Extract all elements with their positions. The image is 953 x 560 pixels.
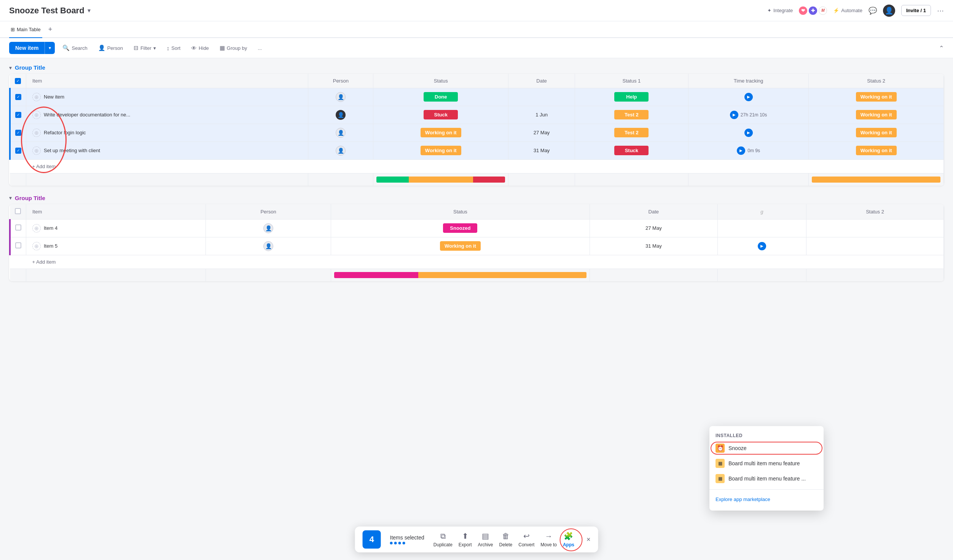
row3-person-icon[interactable]: 👤 (336, 128, 346, 138)
row1-person-cell[interactable]: 👤 (308, 88, 373, 106)
row4-checkbox-cell[interactable]: ✓ (10, 142, 26, 159)
group-by-action[interactable]: ▦ Group by (217, 42, 250, 54)
group1-collapse-icon[interactable]: ▾ (9, 65, 12, 71)
g2row1-checkbox[interactable] (15, 224, 21, 231)
g2row2-status-cell[interactable]: Working on it (331, 237, 590, 255)
plus-integration-icon[interactable]: ✚ (809, 6, 817, 15)
group1-add-item-row[interactable]: + Add item (10, 159, 944, 173)
g2row2-checkbox-cell[interactable] (10, 237, 26, 255)
row4-person-cell[interactable]: 👤 (308, 142, 373, 159)
row2-person-avatar[interactable]: 👤 (336, 110, 346, 120)
more-toolbar-action[interactable]: ... (255, 43, 265, 53)
filter-action[interactable]: ⊟ Filter ▾ (131, 42, 159, 54)
more-icon[interactable]: ⋯ (937, 6, 944, 15)
row3-checkbox-cell[interactable]: ✓ (10, 124, 26, 142)
tab-add-button[interactable]: + (48, 25, 53, 33)
row1-play-button[interactable]: ▶ (744, 93, 753, 101)
row4-checkbox[interactable]: ✓ (15, 148, 21, 154)
group1-add-item-label[interactable]: + Add item (26, 159, 944, 173)
row3-play-button[interactable]: ▶ (744, 129, 753, 137)
group2-add-item-label[interactable]: + Add item (26, 255, 944, 269)
sort-action[interactable]: ↕ Sort (164, 43, 183, 54)
g2row1-status-cell[interactable]: Snoozed (331, 219, 590, 237)
g2row1-checkbox-cell[interactable] (10, 219, 26, 237)
row1-status2-cell[interactable]: Working on it (809, 88, 944, 106)
row1-time-cell[interactable]: ▶ (688, 88, 809, 106)
integrate-action[interactable]: ✦ Integrate (767, 8, 793, 13)
row3-add-icon[interactable]: ⊕ (32, 129, 41, 137)
row3-status2-cell[interactable]: Working on it (809, 124, 944, 142)
tab-main-table[interactable]: ⊞ Main Table (9, 21, 42, 38)
row2-add-icon[interactable]: ⊕ (32, 111, 41, 119)
row1-item-name[interactable]: ⊕ New item (26, 88, 308, 106)
g2row1-status1-cell[interactable] (717, 219, 806, 237)
row3-status1-cell[interactable]: Test 2 (575, 124, 688, 142)
row4-date-cell[interactable]: 31 May (508, 142, 575, 159)
g2row1-status2-cell[interactable] (806, 219, 944, 237)
g2row1-person-cell[interactable]: 👤 (206, 219, 331, 237)
row1-status1-cell[interactable]: Help (575, 88, 688, 106)
row3-checkbox[interactable]: ✓ (15, 130, 21, 136)
group2-select-all-checkbox[interactable] (15, 208, 21, 214)
group2-checkbox-all-header[interactable] (10, 204, 26, 220)
row4-add-icon[interactable]: ⊕ (32, 146, 41, 155)
new-item-button[interactable]: New item (9, 42, 45, 54)
gmail-integration-icon[interactable]: M (819, 6, 827, 15)
g2row2-play-button[interactable]: ▶ (758, 242, 766, 250)
group2-add-item-row[interactable]: + Add item (10, 255, 944, 269)
row2-person-cell[interactable]: 👤 (308, 106, 373, 124)
person-action[interactable]: 👤 Person (95, 42, 126, 54)
invite-button[interactable]: Invite / 1 (901, 5, 931, 16)
row1-add-icon[interactable]: ⊕ (32, 93, 41, 101)
row4-item-name[interactable]: ⊕ Set up meeting with client (26, 142, 308, 159)
g2row2-item-name[interactable]: ⊕ Item 5 (26, 237, 206, 255)
row2-time-cell[interactable]: ▶ 27h 21m 10s (688, 106, 809, 124)
user-avatar[interactable]: 👤 (883, 5, 895, 17)
row2-play-button[interactable]: ▶ (730, 111, 738, 119)
row3-status-cell[interactable]: Working on it (373, 124, 508, 142)
group1-checkbox-all-header[interactable]: ✓ (10, 74, 26, 88)
g2row1-person-icon[interactable]: 👤 (263, 223, 273, 233)
row1-checkbox[interactable]: ✓ (15, 94, 21, 100)
g2row2-person-icon[interactable]: 👤 (263, 241, 273, 251)
row4-status1-cell[interactable]: Stuck (575, 142, 688, 159)
row3-time-cell[interactable]: ▶ (688, 124, 809, 142)
row4-time-cell[interactable]: ▶ 0m 9s (688, 142, 809, 159)
new-item-dropdown[interactable]: ▾ (45, 42, 55, 54)
chevron-icon[interactable]: ▾ (88, 7, 91, 14)
hide-action[interactable]: 👁 Hide (188, 43, 212, 54)
collapse-icon[interactable]: ⌃ (939, 45, 944, 52)
row4-play-button[interactable]: ▶ (737, 146, 745, 155)
chat-icon[interactable]: 💬 (869, 6, 877, 15)
row2-checkbox[interactable]: ✓ (15, 112, 21, 118)
row3-item-name[interactable]: ⊕ Refactor login logic (26, 124, 308, 142)
group2-collapse-icon[interactable]: ▾ (9, 195, 12, 201)
row4-status-cell[interactable]: Working on it (373, 142, 508, 159)
g2row1-item-name[interactable]: ⊕ Item 4 (26, 219, 206, 237)
search-action[interactable]: 🔍 Search (59, 42, 90, 54)
row2-item-name[interactable]: ⊕ Write developer documentation for ne..… (26, 106, 308, 124)
select-all-checkbox[interactable]: ✓ (15, 78, 21, 84)
row3-person-cell[interactable]: 👤 (308, 124, 373, 142)
row2-status-cell[interactable]: Stuck (373, 106, 508, 124)
g2row2-date-cell[interactable]: 31 May (590, 237, 717, 255)
row2-status2-cell[interactable]: Working on it (809, 106, 944, 124)
row2-date-cell[interactable]: 1 Jun (508, 106, 575, 124)
g2row2-status1-cell[interactable]: ▶ (717, 237, 806, 255)
row2-status1-cell[interactable]: Test 2 (575, 106, 688, 124)
row4-status2-cell[interactable]: Working on it (809, 142, 944, 159)
row1-person-icon[interactable]: 👤 (336, 92, 346, 102)
row1-status-cell[interactable]: Done (373, 88, 508, 106)
pink-integration-icon[interactable]: ❤ (799, 6, 807, 15)
row3-date-cell[interactable]: 27 May (508, 124, 575, 142)
g2row2-status2-cell[interactable] (806, 237, 944, 255)
g2row2-checkbox[interactable] (15, 242, 21, 248)
g2row1-add-icon[interactable]: ⊕ (32, 224, 41, 232)
row2-checkbox-cell[interactable]: ✓ (10, 106, 26, 124)
row1-checkbox-cell[interactable]: ✓ (10, 88, 26, 106)
g2row2-person-cell[interactable]: 👤 (206, 237, 331, 255)
row4-person-icon[interactable]: 👤 (336, 146, 346, 156)
automate-action[interactable]: ⚡ Automate (833, 8, 862, 13)
row1-date-cell[interactable] (508, 88, 575, 106)
g2row1-date-cell[interactable]: 27 May (590, 219, 717, 237)
